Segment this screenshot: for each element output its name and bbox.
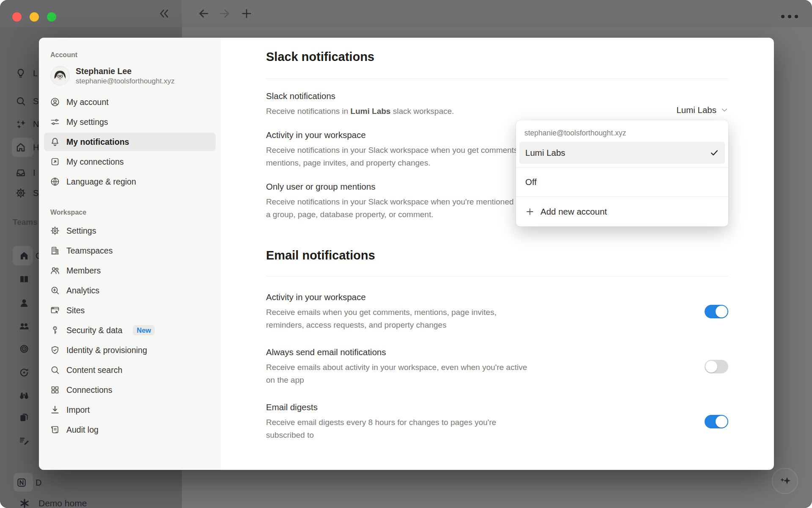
email-always-send-row: Always send email notifications Receive …: [266, 347, 728, 387]
check-icon: [710, 148, 719, 157]
titlebar-sidebar-segment: [0, 0, 182, 27]
flower-icon: [19, 498, 30, 508]
magnifier-icon: [50, 365, 60, 375]
email-notifications-heading: Email notifications: [266, 248, 728, 262]
sidebar-item-members[interactable]: Members: [44, 261, 216, 280]
slack-workspace-select[interactable]: Lumi Labs: [676, 105, 728, 115]
zoom-button[interactable]: [47, 12, 56, 22]
sidebar-item-analytics[interactable]: Analytics: [44, 281, 216, 300]
person-icon: [19, 298, 30, 309]
account-section-header: Account: [50, 51, 217, 59]
shield-check-icon: [50, 345, 60, 355]
book-icon: [19, 274, 30, 285]
sidebar-item-language-region[interactable]: Language & region: [44, 172, 216, 191]
row-title: Slack notifications: [266, 91, 676, 102]
row-description: Receive notifications in Lumi Labs slack…: [266, 105, 528, 118]
sidebar-item-my-notifications[interactable]: My notifications: [44, 133, 216, 151]
divider: [266, 78, 728, 79]
slack-workspace-row: Slack notifications Receive notification…: [266, 91, 728, 118]
house-icon: [19, 250, 30, 261]
lightbulb-icon: [15, 68, 26, 79]
gear-icon: [50, 226, 60, 236]
settings-sidebar: Account Stephanie Lee stephanie@toolsfor…: [39, 38, 221, 470]
dropdown-option-off[interactable]: Off: [519, 171, 725, 193]
binoculars-icon: [19, 390, 30, 401]
sidebar-item-connections[interactable]: Connections: [44, 381, 216, 399]
screen: L S N H I: [0, 0, 812, 508]
avatar: [50, 66, 70, 86]
magnifier-plus-icon: [50, 285, 60, 295]
gear-icon: [15, 188, 26, 199]
minimize-button[interactable]: [30, 12, 39, 22]
grid-icon: [50, 385, 60, 395]
new-badge: New: [133, 325, 155, 335]
email-digests-toggle[interactable]: [705, 415, 728, 428]
user-email: stephanie@toolsforthought.xyz: [76, 77, 175, 86]
always-send-email-toggle[interactable]: [705, 360, 728, 373]
pages-icon: [19, 412, 30, 423]
scroll-icon: [50, 425, 60, 435]
more-icon[interactable]: [781, 15, 798, 18]
search-icon: [15, 96, 26, 107]
globe-icon: [50, 177, 60, 187]
settings-modal: Account Stephanie Lee stephanie@toolsfor…: [39, 38, 774, 470]
sidebar-item-identity-provisioning[interactable]: Identity & provisioning: [44, 341, 216, 359]
sidebar-item-audit-log[interactable]: Audit log: [44, 420, 216, 439]
notion-ai-button[interactable]: [772, 468, 798, 494]
slack-notifications-heading: Slack notifications: [266, 50, 728, 64]
dropdown-account-header: stephanie@toolsforthought.xyz: [519, 124, 725, 142]
chevron-down-icon: [721, 106, 728, 114]
import-icon: [50, 405, 60, 415]
building-icon: [50, 246, 60, 256]
home-icon: [15, 142, 26, 153]
user-name: Stephanie Lee: [76, 66, 175, 77]
bell-icon: [50, 137, 60, 147]
sidebar-item-my-connections[interactable]: My connections: [44, 152, 216, 171]
sparkles-icon: [15, 119, 26, 130]
target-icon: [19, 343, 30, 354]
account-user[interactable]: Stephanie Lee stephanie@toolsforthought.…: [42, 64, 217, 88]
sidebar-item-my-account[interactable]: My account: [44, 93, 216, 111]
sidebar-item-import[interactable]: Import: [44, 400, 216, 419]
back-icon[interactable]: [198, 8, 210, 19]
sync-icon: [19, 367, 30, 378]
person-circle-icon: [50, 97, 60, 107]
compose-icon: [19, 435, 30, 446]
people-icon: [19, 321, 30, 332]
collapse-sidebar-icon[interactable]: [158, 8, 170, 19]
members-icon: [50, 265, 60, 276]
settings-content: Slack notifications Slack notifications …: [221, 38, 774, 470]
dropdown-option-lumi-labs[interactable]: Lumi Labs: [519, 142, 725, 164]
app-window: L S N H I: [0, 0, 812, 508]
email-digests-row: Email digests Receive email digests ever…: [266, 402, 728, 442]
titlebar: [0, 0, 812, 27]
close-button[interactable]: [12, 12, 22, 22]
ai-sparkle-icon: [779, 475, 791, 487]
browser-cursor-icon: [50, 305, 60, 315]
sliders-icon: [50, 117, 60, 127]
divider: [266, 276, 728, 276]
new-tab-icon[interactable]: [241, 8, 252, 19]
sidebar-item-sites[interactable]: Sites: [44, 301, 216, 320]
sidebar-item-teamspaces[interactable]: Teamspaces: [44, 241, 216, 260]
notion-n-icon: [16, 477, 27, 488]
slack-workspace-dropdown: stephanie@toolsforthought.xyz Lumi Labs …: [516, 120, 728, 226]
email-activity-toggle[interactable]: [705, 305, 728, 318]
arrow-box-icon: [50, 157, 60, 167]
sidebar-item-settings[interactable]: Settings: [44, 221, 216, 240]
add-new-account-button[interactable]: Add new account: [519, 200, 725, 223]
sidebar-item-demo-home[interactable]: Demo home: [0, 494, 68, 508]
sidebar-section-teams: Teams: [13, 218, 38, 227]
inbox-icon: [15, 167, 26, 178]
sidebar-item-d[interactable]: D: [0, 473, 68, 492]
sidebar-item-content-search[interactable]: Content search: [44, 361, 216, 379]
key-icon: [50, 325, 60, 335]
forward-icon[interactable]: [219, 8, 230, 19]
sidebar-item-my-settings[interactable]: My settings: [44, 113, 216, 131]
sidebar-item-security-data[interactable]: Security & data New: [44, 321, 216, 340]
plus-icon: [525, 207, 535, 216]
email-activity-row: Activity in your workspace Receive email…: [266, 292, 728, 331]
workspace-section-header: Workspace: [50, 209, 217, 216]
